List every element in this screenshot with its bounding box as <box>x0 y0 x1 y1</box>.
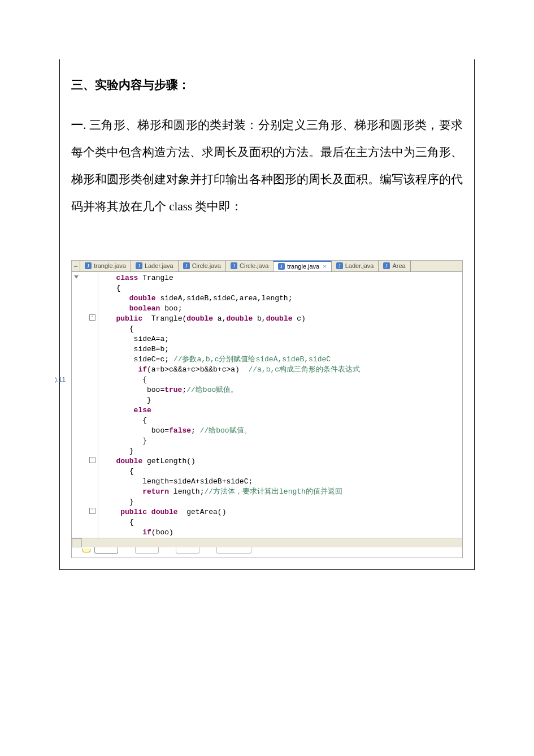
body-run: . 三角形、梯形和圆形的类封装：分别定义三角形、梯形和圆形类，要求每个类中包含构… <box>71 118 463 214</box>
code-line: } <box>98 395 462 405</box>
editor-view-tabs <box>72 547 462 558</box>
document-cell: 三、实验内容与步骤： 一. 三角形、梯形和圆形的类封装：分别定义三角形、梯形和圆… <box>59 59 475 570</box>
close-icon[interactable]: × <box>323 263 326 270</box>
gutter-row: - <box>72 313 98 323</box>
view-tab[interactable] <box>216 547 251 554</box>
code-line: public Trangle(double a,double b,double … <box>98 314 462 324</box>
code-line: { <box>98 375 462 385</box>
gutter-row <box>72 465 98 476</box>
svg-text:J: J <box>138 263 140 269</box>
code-line: } <box>98 436 462 446</box>
editor-tab-bar: – Jtrangle.javaJLader.javaJCircle.javaJC… <box>72 261 462 272</box>
gutter-row <box>72 272 98 282</box>
ide-screenshot: – Jtrangle.javaJLader.javaJCircle.javaJC… <box>71 260 463 558</box>
horizontal-scrollbar[interactable] <box>72 538 462 547</box>
editor-tab[interactable]: JArea <box>379 261 410 271</box>
fold-icon[interactable]: - <box>89 314 95 321</box>
code-line: { <box>98 283 462 293</box>
gutter-row <box>72 526 98 537</box>
code-line: } <box>98 446 462 456</box>
gutter-row <box>72 374 98 384</box>
code-line: if(boo) <box>98 528 462 538</box>
code-line: sideB=b; <box>98 344 462 355</box>
svg-text:J: J <box>233 263 235 269</box>
view-tab[interactable] <box>176 547 199 554</box>
code-line: { <box>98 324 462 334</box>
tab-label: Circle.java <box>240 262 268 269</box>
code-line: boolean boo; <box>98 304 462 314</box>
code-line: length=sideA+sideB+sideC; <box>98 477 462 487</box>
section-body: 一. 三角形、梯形和圆形的类封装：分别定义三角形、梯形和圆形类，要求每个类中包含… <box>71 111 463 221</box>
editor-tab[interactable]: JLader.java <box>131 261 179 271</box>
tab-label: Lader.java <box>345 262 374 269</box>
code-line: public double getArea() <box>98 507 462 517</box>
gutter-row <box>72 343 98 353</box>
page-frame: 三、实验内容与步骤： 一. 三角形、梯形和圆形的类封装：分别定义三角形、梯形和圆… <box>0 0 534 615</box>
editor-tab[interactable]: JLader.java <box>332 261 379 271</box>
editor-tab[interactable]: JCircle.java <box>179 261 226 271</box>
tab-label: trangle.java <box>94 262 126 269</box>
code-line: boo=true;//给boo赋值。 <box>98 385 462 395</box>
editor-tab[interactable]: JCircle.java <box>226 261 273 271</box>
gutter-row <box>72 282 98 292</box>
code-line: else <box>98 405 462 416</box>
editor-gutter: --- <box>72 272 98 538</box>
section-heading: 三、实验内容与步骤： <box>71 76 463 94</box>
gutter-row <box>72 384 98 394</box>
gutter-row <box>72 425 98 435</box>
code-line: sideA=a; <box>98 334 462 344</box>
code-line: double getLength() <box>98 456 462 466</box>
code-line: } <box>98 497 462 507</box>
code-line: sideC=c; //参数a,b,c分别赋值给sideA,sideB,sideC <box>98 355 462 365</box>
fold-icon[interactable]: - <box>89 508 95 514</box>
code-line: boo=false; //给boo赋值。 <box>98 426 462 436</box>
gutter-row <box>72 476 98 486</box>
gutter-row <box>72 303 98 313</box>
dropdown-icon[interactable] <box>74 275 79 279</box>
gutter-row <box>72 394 98 404</box>
svg-text:J: J <box>281 263 283 269</box>
code-line: double sideA,sideB,sideC,area,length; <box>98 293 462 304</box>
view-tab[interactable] <box>135 547 159 554</box>
gutter-row <box>72 323 98 333</box>
gutter-row <box>72 414 98 425</box>
breakpoint-label: ).11 <box>55 376 66 383</box>
scroll-left-icon[interactable] <box>72 538 82 547</box>
fold-icon[interactable]: - <box>89 457 95 463</box>
code-line: { <box>98 416 462 426</box>
code-line: class Trangle <box>98 273 462 283</box>
gutter-row <box>72 496 98 506</box>
code-line: if(a+b>c&&a+c>b&&b+c>a) //a,b,c构成三角形的条件表… <box>98 365 462 375</box>
editor-tab[interactable]: Jtrangle.java× <box>273 261 331 271</box>
editor-body: ).11 --- class Trangle { double sideA,si… <box>72 272 462 538</box>
gutter-row <box>72 292 98 303</box>
view-tab[interactable] <box>94 547 118 554</box>
view-tab-indicator <box>83 548 90 552</box>
gutter-row <box>72 516 98 526</box>
editor-tab[interactable]: Jtrangle.java <box>80 261 131 271</box>
svg-text:J: J <box>87 263 89 269</box>
tab-label: Lader.java <box>145 262 173 269</box>
code-line: { <box>98 466 462 477</box>
gutter-row <box>72 435 98 445</box>
svg-text:J: J <box>386 263 388 269</box>
svg-text:J: J <box>185 263 188 269</box>
tab-bar-leading: – <box>72 261 80 271</box>
code-line: return length;//方法体，要求计算出length的值并返回 <box>98 487 462 497</box>
list-number: 一 <box>71 118 83 132</box>
tab-label: Circle.java <box>192 262 221 269</box>
gutter-row: - <box>72 506 98 516</box>
tab-label: Area <box>392 262 405 269</box>
gutter-row <box>72 364 98 374</box>
code-line: { <box>98 517 462 528</box>
code-area: class Trangle { double sideA,sideB,sideC… <box>98 272 462 538</box>
tab-label: trangle.java <box>287 263 319 270</box>
svg-text:J: J <box>338 263 341 269</box>
gutter-row <box>72 404 98 414</box>
gutter-row <box>72 445 98 455</box>
gutter-row <box>72 486 98 496</box>
gutter-row <box>72 353 98 364</box>
gutter-row: - <box>72 455 98 465</box>
gutter-row <box>72 333 98 343</box>
